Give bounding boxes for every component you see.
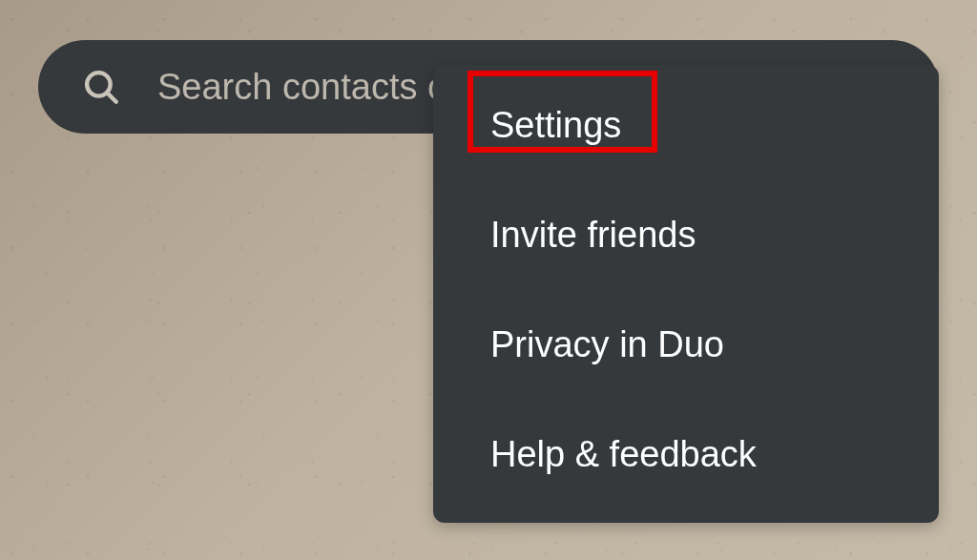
menu-item-label: Privacy in Duo xyxy=(490,324,724,364)
menu-item-label: Help & feedback xyxy=(490,434,757,474)
menu-item-label: Invite friends xyxy=(490,215,696,255)
menu-item-privacy[interactable]: Privacy in Duo xyxy=(433,290,939,400)
overflow-menu: Settings Invite friends Privacy in Duo H… xyxy=(433,65,939,523)
menu-item-invite-friends[interactable]: Invite friends xyxy=(433,180,939,290)
search-icon xyxy=(81,67,121,107)
menu-item-label: Settings xyxy=(490,105,621,145)
menu-item-settings[interactable]: Settings xyxy=(433,71,939,180)
menu-item-help-feedback[interactable]: Help & feedback xyxy=(433,400,939,509)
svg-line-1 xyxy=(107,93,116,102)
